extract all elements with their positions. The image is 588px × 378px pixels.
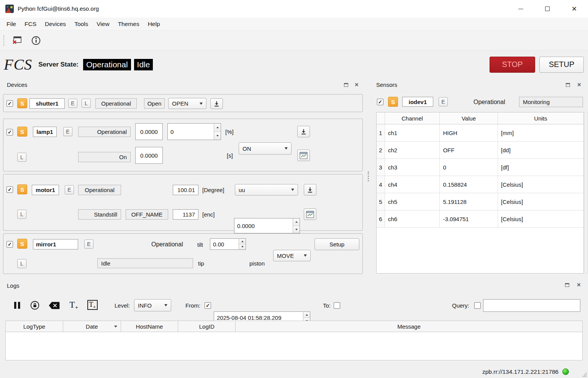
mirror1-local-button[interactable]: L: [17, 259, 26, 268]
date-filter-arrow-icon[interactable]: [114, 326, 117, 327]
lamp1-checkbox[interactable]: [7, 129, 13, 135]
level-combobox[interactable]: INFO: [134, 299, 171, 311]
value-cell[interactable]: HIGH: [440, 124, 498, 142]
spin-up-button[interactable]: [293, 218, 300, 226]
message-column-header[interactable]: Message: [236, 321, 582, 332]
sensors-float-button[interactable]: [564, 81, 571, 88]
lamp1-send-button[interactable]: [297, 126, 310, 137]
mirror1-command-combobox[interactable]: MOVE: [273, 250, 311, 261]
iodev1-checkbox[interactable]: [377, 99, 383, 105]
value-cell[interactable]: OFF: [440, 142, 498, 159]
channel-cell[interactable]: ch6: [385, 210, 440, 228]
motor1-local-button[interactable]: L: [17, 210, 26, 219]
close-windows-button[interactable]: [9, 34, 25, 47]
lamp1-command-combobox[interactable]: ON: [239, 142, 292, 155]
add-text-filter-button[interactable]: [67, 299, 80, 311]
sensors-close-button[interactable]: ✕: [576, 81, 583, 88]
pause-logs-button[interactable]: [11, 300, 23, 311]
date-column-header[interactable]: Date: [63, 321, 121, 332]
close-button[interactable]: ✕: [563, 0, 586, 18]
iodev1-error-button[interactable]: E: [439, 97, 448, 106]
mirror1-state-button[interactable]: S: [17, 239, 27, 249]
units-cell[interactable]: [dd]: [498, 142, 583, 159]
spin-up-button[interactable]: [214, 124, 221, 132]
table-row[interactable]: 4 ch4 0.158824 [Celsius]: [377, 176, 583, 193]
channel-cell[interactable]: ch1: [385, 124, 440, 142]
table-row[interactable]: 3 ch3 0 [df]: [377, 159, 583, 176]
channel-cell[interactable]: ch4: [385, 176, 440, 193]
units-cell[interactable]: [Celsius]: [498, 210, 583, 228]
motor1-monitor-button[interactable]: [304, 209, 316, 220]
logs-table-body[interactable]: [5, 332, 583, 360]
lamp1-monitor-button[interactable]: [297, 150, 310, 161]
menu-file[interactable]: File: [2, 19, 20, 29]
text-box-filter-button[interactable]: [86, 299, 99, 311]
shutter1-local-button[interactable]: L: [82, 99, 91, 108]
menu-tools[interactable]: Tools: [70, 19, 92, 29]
resize-grip[interactable]: [581, 371, 587, 377]
value-column-header[interactable]: Value: [440, 112, 498, 124]
units-cell[interactable]: [df]: [498, 159, 583, 176]
spin-up-button[interactable]: [239, 239, 246, 244]
table-row[interactable]: 2 ch2 OFF [dd]: [377, 142, 583, 159]
motor1-state-button[interactable]: S: [17, 184, 27, 194]
devices-close-button[interactable]: ✕: [353, 81, 360, 88]
maximize-button[interactable]: [536, 0, 559, 18]
lamp1-state-button[interactable]: S: [17, 127, 27, 137]
motor1-checkbox[interactable]: [7, 186, 13, 193]
menu-fcs[interactable]: FCS: [20, 19, 41, 29]
units-cell[interactable]: [mm]: [498, 124, 583, 142]
from-checkbox[interactable]: [205, 302, 211, 309]
hostname-column-header[interactable]: HostName: [121, 321, 179, 332]
mirror1-setup-button[interactable]: Setup: [314, 238, 359, 250]
lamp1-error-button[interactable]: E: [63, 127, 72, 136]
sensors-table-scrollbar[interactable]: [585, 112, 588, 274]
mirror1-name-field[interactable]: mirror1: [33, 239, 78, 249]
spin-up-button[interactable]: [303, 312, 310, 318]
motor1-command-combobox[interactable]: uu: [235, 184, 298, 196]
motor1-send-button[interactable]: [304, 184, 316, 196]
motor1-name-field[interactable]: motor1: [32, 185, 59, 195]
menu-view[interactable]: View: [92, 19, 113, 29]
shutter1-command-combobox[interactable]: OPEN: [168, 98, 206, 109]
shutter1-error-button[interactable]: E: [68, 99, 77, 108]
clear-logs-button[interactable]: [47, 300, 61, 311]
channel-column-header[interactable]: Channel: [385, 112, 440, 124]
value-cell[interactable]: -3.094751: [440, 210, 498, 228]
iodev1-name-field[interactable]: iodev1: [402, 97, 433, 107]
units-column-header[interactable]: Units: [498, 112, 583, 124]
spin-down-button[interactable]: [214, 132, 221, 140]
lamp1-intensity-spinbox[interactable]: 0: [167, 123, 221, 140]
units-cell[interactable]: [Celsius]: [498, 176, 583, 193]
value-cell[interactable]: 0.158824: [440, 176, 498, 193]
scroll-lock-button[interactable]: [29, 300, 41, 311]
devices-float-button[interactable]: [342, 81, 349, 88]
units-cell[interactable]: [Celsius]: [498, 193, 583, 210]
table-row[interactable]: 1 ch1 HIGH [mm]: [377, 124, 583, 142]
motor1-target-spinbox[interactable]: 0.0000: [234, 218, 300, 233]
lamp1-name-field[interactable]: lamp1: [33, 127, 57, 137]
shutter1-send-button[interactable]: [210, 98, 223, 109]
menu-devices[interactable]: Devices: [41, 19, 70, 29]
splitter-handle[interactable]: [368, 171, 369, 181]
setup-button[interactable]: SETUP: [539, 57, 584, 73]
channel-cell[interactable]: ch5: [385, 193, 440, 210]
query-checkbox[interactable]: [474, 302, 481, 309]
spin-down-button[interactable]: [239, 244, 246, 250]
logid-column-header[interactable]: LogID: [178, 321, 236, 332]
shutter1-state-button[interactable]: S: [17, 98, 27, 108]
value-cell[interactable]: 0: [440, 159, 498, 176]
channel-cell[interactable]: ch2: [385, 142, 440, 159]
toolbar-grip[interactable]: [3, 35, 5, 46]
mirror1-checkbox[interactable]: [7, 241, 13, 248]
motor1-error-button[interactable]: E: [65, 185, 74, 194]
logs-close-button[interactable]: ✕: [575, 282, 582, 288]
shutter1-checkbox[interactable]: [7, 100, 13, 107]
table-row[interactable]: 6 ch6 -3.094751 [Celsius]: [377, 210, 583, 228]
logtype-column-header[interactable]: LogType: [6, 321, 63, 332]
about-button[interactable]: [28, 34, 44, 47]
query-input[interactable]: [483, 299, 580, 312]
to-checkbox[interactable]: [334, 302, 340, 309]
minimize-button[interactable]: [509, 0, 532, 18]
value-cell[interactable]: 5.191128: [440, 193, 498, 210]
